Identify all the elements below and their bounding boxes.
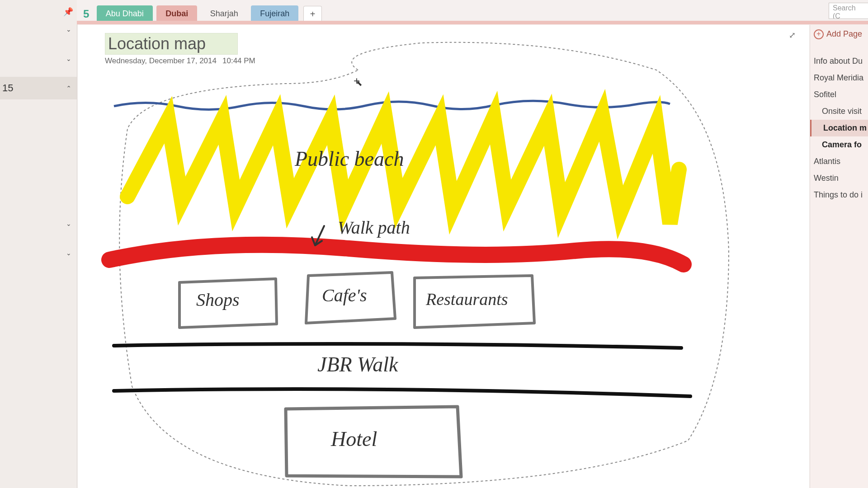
tab-icon-5: 5	[80, 6, 93, 22]
page-item-atlantis[interactable]: Atlantis	[810, 153, 868, 170]
pages-panel: +Add Page Info about Du Royal Meridia So…	[810, 25, 868, 488]
chevron-down-icon[interactable]: ⌄	[66, 26, 71, 33]
page-item-camera[interactable]: Camera fo	[810, 136, 868, 153]
drawing-svg	[78, 25, 809, 488]
cafes-label: Cafe's	[322, 285, 367, 306]
sidebar-section-selected[interactable]: 15 ⌄	[0, 77, 77, 99]
page-item-royal[interactable]: Royal Meridia	[810, 70, 868, 86]
left-sidebar: 📌 ⌄ ⌄ 15 ⌄ ⌄ ⌄	[0, 0, 77, 488]
jbr-top-line	[114, 344, 681, 348]
chevron-down-icon[interactable]: ⌄	[66, 55, 71, 62]
walk-path-line	[109, 245, 684, 264]
sidebar-section-2[interactable]: ⌄	[0, 47, 77, 70]
chevron-down-icon[interactable]: ⌄	[66, 220, 71, 227]
page-item-things[interactable]: Things to do i	[810, 187, 868, 203]
restaurants-label: Restaurants	[426, 289, 508, 309]
tab-dubai[interactable]: Dubai	[156, 5, 197, 22]
tab-add-button[interactable]: +	[303, 6, 322, 22]
tab-sharjah[interactable]: Sharjah	[201, 5, 247, 22]
page-item-info[interactable]: Info about Du	[810, 53, 868, 70]
hotel-label: Hotel	[331, 427, 377, 451]
add-page-button[interactable]: +Add Page	[810, 25, 868, 44]
canvas-area[interactable]: Location map Wednesday, December 17, 201…	[78, 25, 809, 488]
tab-strip	[77, 21, 868, 24]
chevron-down-icon[interactable]: ⌄	[66, 249, 71, 257]
sidebar-number: 15	[2, 82, 13, 94]
walkpath-label: Walk path	[338, 217, 410, 238]
tab-abu-dhabi[interactable]: Abu Dhabi	[97, 5, 153, 22]
water-line	[114, 101, 670, 109]
shops-label: Shops	[196, 289, 240, 310]
page-item-westin[interactable]: Westin	[810, 170, 868, 187]
page-item-location[interactable]: Location m	[810, 120, 868, 136]
plus-circle-icon: +	[814, 29, 824, 39]
search-input[interactable]: Search (C	[829, 3, 868, 19]
jbr-label: JBR Walk	[317, 352, 398, 376]
sidebar-section-3[interactable]: ⌄	[0, 212, 77, 235]
sidebar-section-4[interactable]: ⌄	[0, 242, 77, 264]
jbr-bottom-line	[114, 389, 690, 396]
beach-label: Public beach	[295, 147, 404, 171]
tab-fujeirah[interactable]: Fujeirah	[251, 5, 298, 22]
chevron-up-icon[interactable]: ⌄	[66, 84, 71, 92]
page-item-onsite[interactable]: Onsite visit	[810, 103, 868, 120]
tabs-bar: 5 Abu Dhabi Dubai Sharjah Fujeirah + Sea…	[77, 0, 868, 23]
page-item-sofitel[interactable]: Sofitel	[810, 86, 868, 103]
add-page-label: Add Page	[826, 29, 862, 38]
sidebar-section-1[interactable]: ⌄	[0, 18, 77, 41]
pin-icon[interactable]: 📌	[63, 7, 73, 17]
